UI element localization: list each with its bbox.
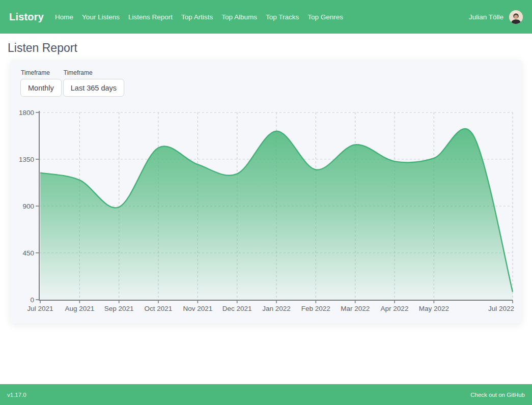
- x-tick-label: Jan 2022: [262, 305, 291, 312]
- github-link[interactable]: Check out on GitHub: [470, 392, 525, 398]
- x-tick-label: May 2022: [419, 305, 449, 312]
- timeframe-range-button[interactable]: Last 365 days: [63, 79, 124, 97]
- report-card: Timeframe Monthly Timeframe Last 365 day…: [10, 60, 522, 324]
- x-tick-label: Feb 2022: [301, 305, 330, 312]
- timeframe-group-range: Timeframe Last 365 days: [63, 69, 124, 97]
- x-tick-label: Jul 2021: [27, 305, 53, 312]
- nav-item-listens-report[interactable]: Listens Report: [128, 13, 173, 21]
- main-nav: Home Your Listens Listens Report Top Art…: [55, 13, 469, 21]
- timeframe-mode-button[interactable]: Monthly: [20, 79, 62, 97]
- timeframe-group-mode: Timeframe Monthly: [20, 69, 62, 97]
- x-tick-label: Oct 2021: [145, 305, 173, 312]
- listen-chart-container: 045090013501800Jul 2021Aug 2021Sep 2021O…: [15, 110, 517, 314]
- navbar: Listory Home Your Listens Listens Report…: [0, 0, 532, 34]
- nav-item-top-tracks[interactable]: Top Tracks: [266, 13, 299, 21]
- x-tick-label: Dec 2021: [222, 305, 252, 312]
- nav-item-top-genres[interactable]: Top Genres: [307, 13, 343, 21]
- x-tick-label: Nov 2021: [183, 305, 212, 312]
- nav-item-top-albums[interactable]: Top Albums: [221, 13, 257, 21]
- user-menu: Julian Tölle: [469, 10, 523, 24]
- user-avatar[interactable]: [509, 10, 523, 24]
- timeframe-label: Timeframe: [64, 69, 124, 76]
- y-tick-label: 450: [22, 249, 34, 257]
- user-name: Julian Tölle: [469, 13, 503, 21]
- page-title: Listen Report: [8, 41, 77, 55]
- x-tick-label: Jul 2022: [488, 305, 514, 312]
- y-tick-label: 900: [22, 202, 34, 210]
- version-label: v1.17.0: [7, 392, 26, 398]
- footer: v1.17.0 Check out on GitHub: [0, 384, 532, 405]
- x-tick-label: Aug 2021: [65, 305, 94, 312]
- x-tick-label: Mar 2022: [341, 305, 370, 312]
- timeframe-controls: Timeframe Monthly Timeframe Last 365 day…: [20, 69, 124, 97]
- area-fill: [40, 129, 513, 300]
- nav-item-home[interactable]: Home: [55, 13, 73, 21]
- y-tick-label: 1800: [19, 110, 34, 117]
- y-tick-label: 0: [30, 296, 34, 304]
- x-tick-label: Sep 2021: [104, 305, 134, 312]
- avatar-photo: [509, 10, 523, 24]
- listen-area-chart[interactable]: 045090013501800Jul 2021Aug 2021Sep 2021O…: [15, 110, 517, 314]
- nav-item-top-artists[interactable]: Top Artists: [181, 13, 213, 21]
- brand-logo[interactable]: Listory: [9, 11, 44, 23]
- nav-item-your-listens[interactable]: Your Listens: [82, 13, 120, 21]
- x-tick-label: Apr 2022: [381, 305, 409, 312]
- timeframe-label: Timeframe: [21, 69, 62, 76]
- y-tick-label: 1350: [19, 156, 34, 163]
